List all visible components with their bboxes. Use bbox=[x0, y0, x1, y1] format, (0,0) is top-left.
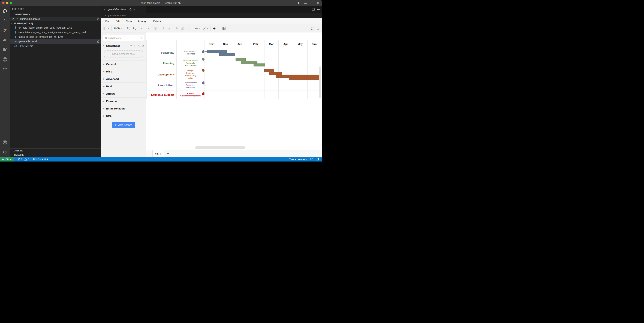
fill-color-button[interactable] bbox=[175, 27, 178, 30]
undo-button[interactable] bbox=[140, 27, 144, 30]
github-icon[interactable] bbox=[0, 54, 10, 64]
gantt-bar[interactable] bbox=[219, 53, 235, 56]
scratchpad-help-icon[interactable]: ? bbox=[130, 44, 132, 47]
fullscreen-button[interactable] bbox=[310, 27, 314, 30]
menu-arrange[interactable]: Arrange bbox=[138, 19, 147, 22]
page-tab[interactable]: Page-1 ^ bbox=[152, 150, 164, 157]
remote-indicator[interactable]: GitLab bbox=[0, 157, 14, 161]
milestone-circle[interactable] bbox=[202, 69, 204, 72]
drawio-file-icon: ≡ bbox=[103, 8, 106, 11]
menu-edit[interactable]: Edit bbox=[116, 19, 120, 22]
scratchpad-close-icon[interactable]: ✕ bbox=[142, 44, 144, 47]
shadow-button[interactable] bbox=[187, 27, 190, 30]
scratchpad-header[interactable]: ▼ Scratchpad ? + ✎ ✕ bbox=[101, 43, 146, 49]
file-tree-item[interactable]: facilis_id_odio_et_tempore_illo_ea_1.md bbox=[10, 34, 101, 39]
source-control-icon[interactable] bbox=[0, 25, 10, 35]
redo-button[interactable] bbox=[146, 27, 150, 30]
editor-more-actions-icon[interactable]: ⋯ bbox=[317, 8, 320, 11]
feedback-icon[interactable] bbox=[310, 158, 313, 161]
toggle-panel-icon[interactable] bbox=[304, 1, 307, 4]
code-link-icon bbox=[32, 158, 37, 161]
settings-gear-icon[interactable]: ⚙ bbox=[0, 147, 10, 157]
split-editor-icon[interactable] bbox=[312, 8, 314, 11]
code-link-item[interactable]: Code Link bbox=[32, 158, 48, 161]
close-window-button[interactable] bbox=[2, 2, 4, 4]
shapes-panel: ▼ Scratchpad ? + ✎ ✕ Drag elements here bbox=[101, 32, 146, 157]
outline-section-header[interactable]: › OUTLINE bbox=[10, 148, 101, 153]
milestone-circle[interactable] bbox=[202, 50, 204, 53]
file-tree-item[interactable]: README.md bbox=[10, 44, 101, 48]
horizontal-scrollbar[interactable] bbox=[195, 146, 246, 149]
file-tree-item[interactable]: ≡gantt-table.drawio bbox=[10, 39, 101, 44]
file-tree-item[interactable]: ex_odio_libero_omnis_quis_sunt_magnam_2.… bbox=[10, 25, 101, 30]
file-tree-item[interactable]: exercitationem_aut_quia_quasi_recusandae… bbox=[10, 30, 101, 34]
accounts-icon[interactable] bbox=[0, 138, 10, 147]
milestone-circle[interactable] bbox=[202, 81, 204, 84]
toggle-secondary-sidebar-icon[interactable] bbox=[310, 1, 313, 4]
to-front-button[interactable] bbox=[162, 27, 165, 30]
shape-section-general[interactable]: ▶General bbox=[101, 60, 146, 68]
drawio-canvas[interactable]: NovDecJanFebMarAprMayJunFeasibilityRequi… bbox=[146, 32, 322, 150]
shape-section-misc[interactable]: ▶Misc bbox=[101, 68, 146, 75]
scratchpad-dropzone[interactable]: Drag elements here bbox=[104, 50, 143, 57]
insert-button[interactable]: ▼ bbox=[212, 27, 218, 30]
breadcrumb[interactable]: ≡ gantt-table.drawio bbox=[101, 13, 322, 18]
gantt-bar[interactable] bbox=[254, 63, 265, 66]
search-icon[interactable] bbox=[0, 16, 10, 25]
more-shapes-button[interactable]: + More Shapes bbox=[112, 122, 135, 128]
menu-file[interactable]: File bbox=[105, 19, 110, 22]
menu-extras[interactable]: Extras bbox=[153, 19, 161, 22]
close-tab-icon[interactable]: ✕ bbox=[133, 8, 135, 11]
waypoint-style-button[interactable]: ▼ bbox=[203, 27, 208, 30]
sidebar-more-actions-icon[interactable]: ⋯ bbox=[96, 7, 99, 11]
shape-section-advanced[interactable]: ▶Advanced bbox=[101, 75, 146, 82]
open-editor-item[interactable]: ✕ ≡ gantt-table.drawio bbox=[10, 16, 101, 21]
zoom-level-dropdown[interactable]: 100% ▼ bbox=[114, 27, 122, 30]
status-bar: GitLab 0 0 Code Link Theme: Kennedy bbox=[0, 157, 322, 161]
scratchpad-edit-icon[interactable]: ✎ bbox=[138, 44, 140, 47]
delete-button[interactable] bbox=[154, 27, 157, 30]
table-button[interactable]: ▼ bbox=[222, 27, 228, 30]
milestone-circle[interactable] bbox=[202, 92, 204, 95]
shape-section-basic[interactable]: ▶Basic bbox=[101, 82, 146, 90]
zoom-out-button[interactable] bbox=[133, 27, 136, 30]
workspace-section-header[interactable]: ⌄ TESTING [GITLAB] bbox=[10, 21, 101, 25]
pages-menu-icon[interactable]: ⋮ bbox=[146, 150, 152, 157]
gantt-bar[interactable] bbox=[289, 77, 321, 80]
shape-section-entity-relation[interactable]: ▶Entity Relation bbox=[101, 105, 146, 112]
gitlab-icon[interactable] bbox=[0, 64, 10, 74]
problems-indicator[interactable]: 0 0 bbox=[18, 158, 29, 161]
add-page-button[interactable]: + bbox=[164, 150, 172, 157]
theme-indicator[interactable]: Theme: Kennedy bbox=[289, 158, 307, 161]
to-back-button[interactable] bbox=[167, 27, 170, 30]
scratchpad-add-icon[interactable]: + bbox=[134, 44, 135, 47]
notifications-bell-icon[interactable] bbox=[316, 158, 319, 161]
extensions-icon[interactable] bbox=[0, 45, 10, 54]
milestone-circle[interactable] bbox=[202, 58, 204, 61]
search-shapes-input[interactable] bbox=[103, 35, 144, 41]
shape-section-arrows[interactable]: ▶Arrows bbox=[101, 90, 146, 97]
toggle-primary-sidebar-icon[interactable] bbox=[298, 1, 301, 4]
timeline-section-header[interactable]: › TIMELINE bbox=[10, 153, 101, 157]
customize-layout-icon[interactable] bbox=[316, 1, 319, 4]
close-icon[interactable]: ✕ bbox=[12, 17, 15, 20]
line-color-button[interactable] bbox=[181, 27, 184, 30]
explorer-icon[interactable] bbox=[0, 6, 10, 16]
shape-section-flowchart[interactable]: ▶Flowchart bbox=[101, 97, 146, 105]
tab-gantt-table-drawio[interactable]: ≡ gantt-table.drawio ✕ bbox=[101, 6, 146, 13]
zoom-window-button[interactable] bbox=[10, 2, 12, 4]
format-panel-toggle-button[interactable] bbox=[316, 27, 320, 30]
zoom-in-button[interactable] bbox=[127, 27, 130, 30]
vertical-scrollbar[interactable] bbox=[319, 66, 321, 98]
gantt-table[interactable]: NovDecJanFebMarAprMayJunFeasibilityRequi… bbox=[146, 40, 321, 99]
shape-section-uml[interactable]: ▶UML bbox=[101, 112, 146, 120]
vscode-window: gantt-table.drawio — Testing [GitLab] bbox=[0, 0, 322, 161]
connection-style-button[interactable]: ▼ bbox=[194, 27, 200, 30]
gantt-bar[interactable] bbox=[236, 58, 246, 61]
minimize-window-button[interactable] bbox=[6, 2, 8, 4]
milestone-connector bbox=[205, 59, 236, 59]
open-editors-header[interactable]: ⌄ OPEN EDITORS bbox=[10, 12, 101, 16]
view-panels-button[interactable]: ▼ bbox=[104, 27, 109, 30]
menu-view[interactable]: View bbox=[126, 19, 132, 22]
run-debug-icon[interactable] bbox=[0, 35, 10, 45]
